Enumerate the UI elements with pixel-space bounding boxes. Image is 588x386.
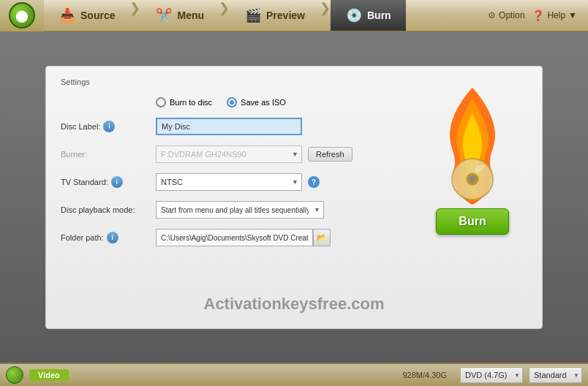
dvd-type-select[interactable]: DVD (4.7G) DVD (8.5G) <box>460 367 523 383</box>
bottom-status-bar: Video 928M/4.30G DVD (4.7G) DVD (8.5G) S… <box>0 363 588 386</box>
refresh-button[interactable]: Refresh <box>308 147 353 162</box>
folder-path-label: Folder path: i <box>61 232 156 243</box>
burn-icon: 💿 <box>345 7 363 24</box>
source-icon: 📥 <box>59 7 76 24</box>
option-label: Option <box>499 10 524 20</box>
quality-select[interactable]: Standard High Low <box>529 367 582 383</box>
arrow-2: ❯ <box>219 0 230 31</box>
burn-button[interactable]: Burn <box>436 208 509 235</box>
disc-label-label: Disc Label: i <box>61 121 156 132</box>
disc-label-info-icon[interactable]: i <box>103 121 115 132</box>
arrow-1: ❯ <box>129 0 140 31</box>
nav-tabs: 📥 Source ❯ ✂️ Menu ❯ 🎬 Preview ❯ 💿 Burn <box>44 0 488 31</box>
bottom-logo-icon <box>6 366 23 384</box>
tv-standard-select-wrapper: NTSC PAL <box>156 173 302 191</box>
help-label: Help <box>547 10 565 20</box>
tab-source-label: Source <box>80 10 115 21</box>
option-button[interactable]: ⚙ Option <box>488 10 524 20</box>
burner-select-wrapper: F:DVDRAM GH24NS90 <box>156 145 302 163</box>
disc-playback-select-wrapper: Start from menu and play all titles sequ… <box>156 201 324 219</box>
burn-to-disc-option[interactable]: Burn to disc <box>156 97 212 107</box>
mode-radio-group: Burn to disc Save as ISO <box>156 97 286 107</box>
tab-burn-label: Burn <box>367 10 391 21</box>
main-content: Settings Burn to disc Save as ISO Disc L… <box>0 32 588 363</box>
burner-select[interactable]: F:DVDRAM GH24NS90 <box>156 145 302 163</box>
option-gear-icon: ⚙ <box>488 10 496 20</box>
settings-panel: Settings Burn to disc Save as ISO Disc L… <box>45 66 543 329</box>
quality-select-wrapper: Standard High Low <box>529 367 582 383</box>
nav-right-controls: ⚙ Option ❓ Help ▼ <box>488 10 588 21</box>
tv-standard-help-icon[interactable]: ? <box>308 176 320 188</box>
flame-icon <box>425 84 520 208</box>
video-label: Video <box>29 369 69 381</box>
preview-icon: 🎬 <box>244 7 262 24</box>
burn-to-disc-label: Burn to disc <box>170 98 212 107</box>
disc-playback-label: Disc playback mode: <box>61 205 156 214</box>
tab-burn[interactable]: 💿 Burn <box>331 0 406 31</box>
arrow-3: ❯ <box>320 0 331 31</box>
tab-preview[interactable]: 🎬 Preview <box>230 0 320 31</box>
help-icon: ❓ <box>532 10 544 21</box>
tab-preview-label: Preview <box>266 10 305 21</box>
burn-to-disc-radio[interactable] <box>156 97 166 107</box>
tab-source[interactable]: 📥 Source <box>44 0 129 31</box>
tv-standard-info-icon[interactable]: i <box>111 176 123 188</box>
folder-browse-button[interactable]: 📂 <box>313 229 331 246</box>
tv-standard-label: TV Standard: i <box>61 176 156 188</box>
save-as-iso-label: Save as ISO <box>241 98 286 107</box>
folder-path-input[interactable] <box>156 229 313 246</box>
tv-standard-select[interactable]: NTSC PAL <box>156 173 302 191</box>
menu-icon: ✂️ <box>155 7 173 24</box>
logo-icon: ⬤ <box>15 9 29 23</box>
watermark-text: Activationkeysfree.com <box>204 295 385 314</box>
svg-point-2 <box>470 176 475 182</box>
help-button[interactable]: ❓ Help ▼ <box>532 10 577 21</box>
tab-menu-label: Menu <box>177 10 204 21</box>
top-nav-bar: ⬤ 📥 Source ❯ ✂️ Menu ❯ 🎬 Preview ❯ 💿 Bur… <box>0 0 588 32</box>
app-logo: ⬤ <box>0 0 44 31</box>
help-arrow-icon: ▼ <box>568 10 577 20</box>
folder-path-info-icon[interactable]: i <box>107 232 118 243</box>
disc-playback-select[interactable]: Start from menu and play all titles sequ… <box>156 201 324 219</box>
burner-label: Burner: <box>61 150 156 159</box>
dvd-type-select-wrapper: DVD (4.7G) DVD (8.5G) <box>460 367 523 383</box>
burn-graphic: Burn <box>418 74 527 235</box>
disc-label-input[interactable] <box>156 118 302 135</box>
storage-info: 928M/4.30G <box>402 371 447 379</box>
save-as-iso-radio[interactable] <box>227 97 237 107</box>
save-as-iso-option[interactable]: Save as ISO <box>227 97 286 107</box>
logo-circle: ⬤ <box>9 2 35 29</box>
tab-menu[interactable]: ✂️ Menu <box>140 0 219 31</box>
